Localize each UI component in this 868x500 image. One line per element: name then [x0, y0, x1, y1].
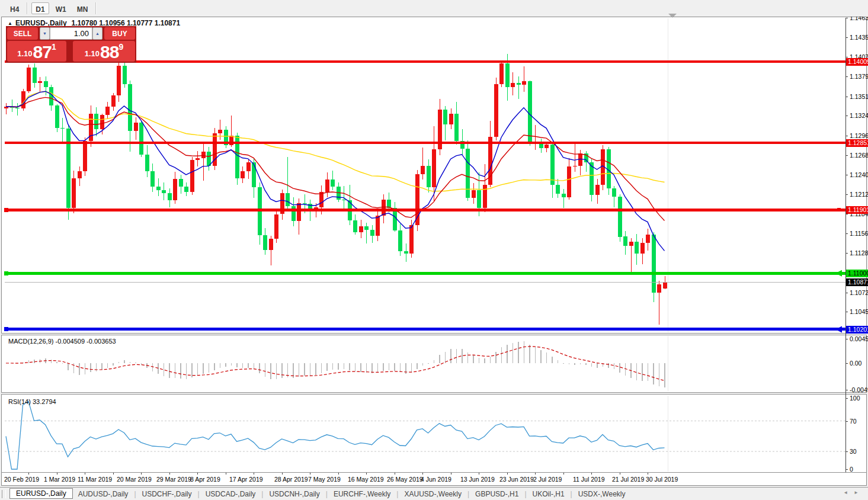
chart-tab-usdcnh-daily[interactable]: USDCNH-,Daily [264, 489, 325, 499]
collapse-panel-icon[interactable]: ▲ [8, 21, 12, 26]
one-click-trading-panel: SELL ▼ ▲ BUY 1.10 87 1 1.10 88 9 [6, 26, 136, 63]
sell-button[interactable]: SELL [7, 27, 38, 40]
toolbar-separator [95, 2, 97, 14]
buy-price-pip: 9 [118, 42, 123, 52]
timeframe-button-mn[interactable]: MN [73, 2, 92, 14]
sell-price-big: 87 [33, 42, 52, 62]
buy-button[interactable]: BUY [104, 27, 135, 40]
tab-separator: | [134, 490, 136, 498]
scroll-to-end-icon[interactable] [668, 14, 677, 18]
chart-tab-audusd-daily[interactable]: AUDUSD-,Daily [73, 489, 134, 499]
timeframe-button-w1[interactable]: W1 [52, 2, 71, 14]
tab-separator: | [467, 490, 469, 498]
chart-tab-xauusd-weekly[interactable]: XAUUSD-,Weekly [399, 489, 466, 499]
tabbar-grip [2, 490, 6, 498]
buy-price-display[interactable]: 1.10 88 9 [73, 41, 135, 62]
timeframe-toolbar: H4D1W1MN [0, 0, 868, 17]
sell-price-pip: 1 [52, 42, 56, 52]
rsi-indicator-label: RSI(14) 33.2794 [8, 398, 56, 405]
chart-tab-ukoil-h1[interactable]: UKOil-,H1 [527, 489, 570, 499]
chart-window[interactable] [1, 17, 867, 486]
toolbar-separator [27, 2, 28, 14]
tab-separator: | [396, 490, 398, 498]
chart-tab-usdchf-daily[interactable]: USDCHF-,Daily [137, 489, 197, 499]
tab-separator: | [326, 490, 328, 498]
volume-input[interactable] [50, 27, 92, 40]
chart-tab-gbpusd-h1[interactable]: GBPUSD-,H1 [470, 489, 524, 499]
chart-tab-usdcad-daily[interactable]: USDCAD-,Daily [200, 489, 261, 499]
volume-increase-button[interactable]: ▲ [92, 27, 103, 40]
sell-price-prefix: 1.10 [17, 49, 32, 58]
buy-price-big: 88 [100, 42, 118, 62]
volume-decrease-button[interactable]: ▼ [40, 27, 50, 40]
tab-separator: | [261, 490, 263, 498]
macd-indicator-label: MACD(12,26,9) -0.004509 -0.003653 [8, 338, 116, 345]
chart-tab-usdx-weekly[interactable]: USDX-,Weekly [573, 489, 631, 499]
sell-price-display[interactable]: 1.10 87 1 [7, 41, 66, 62]
chart-tab-bar: EURUSD-,DailyAUDUSD-,Daily|USDCHF-,Daily… [0, 487, 868, 500]
buy-price-prefix: 1.10 [85, 49, 100, 58]
chart-tab-eurusd-daily[interactable]: EURUSD-,Daily [9, 488, 73, 499]
tab-scroll-arrows[interactable]: ◄► [843, 490, 864, 495]
timeframe-button-d1[interactable]: D1 [31, 2, 49, 14]
mt4-window: H4D1W1MN 1.146351.143551.140751.137951.1… [0, 0, 868, 500]
chart-tab-eurchf-weekly[interactable]: EURCHF-,Weekly [328, 489, 396, 499]
tab-separator: | [524, 490, 526, 498]
timeframe-button-h4[interactable]: H4 [6, 2, 23, 14]
tab-separator: | [198, 490, 200, 498]
tab-separator: | [571, 490, 572, 498]
